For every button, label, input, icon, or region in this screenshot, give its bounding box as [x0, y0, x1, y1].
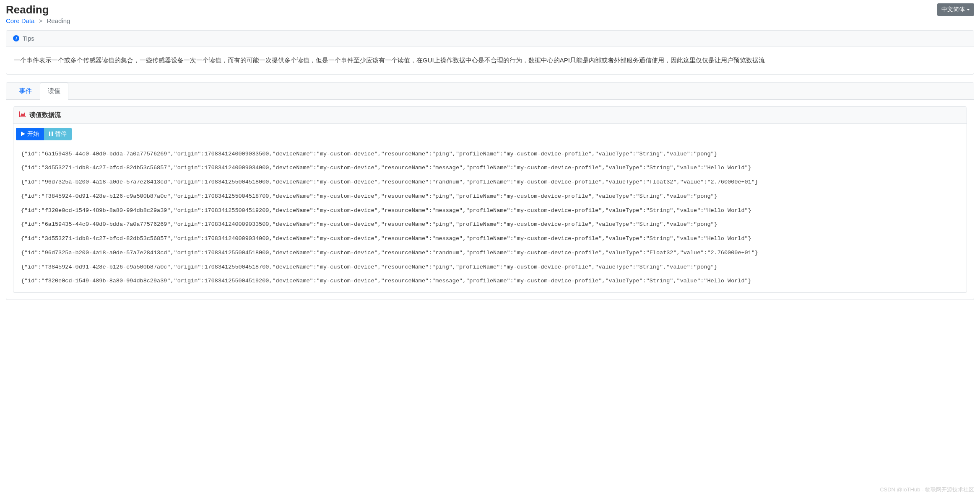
pause-icon — [49, 131, 53, 137]
panel-header: 读值数据流 — [13, 107, 967, 124]
tips-header: i Tips — [6, 31, 974, 46]
svg-rect-0 — [49, 132, 50, 136]
stream-line: {"id":"96d7325a-b200-4a18-a0de-57a7e2841… — [18, 175, 962, 189]
tab-list: 事件 读值 — [6, 83, 974, 100]
page-title: Reading — [6, 3, 70, 16]
start-button[interactable]: 开始 — [16, 128, 44, 140]
language-label: 中文简体 — [941, 6, 965, 13]
breadcrumb-sep: > — [36, 17, 45, 24]
stream-line: {"id":"f3845924-0d91-428e-b126-c9a500b87… — [18, 189, 962, 204]
stream-line: {"id":"6a159435-44c0-40d0-bdda-7a0a77576… — [18, 217, 962, 232]
breadcrumb-root-link[interactable]: Core Data — [6, 17, 34, 24]
tips-body: 一个事件表示一个或多个传感器读值的集合，一些传感器设备一次一个读值，而有的可能一… — [6, 46, 974, 74]
stream-line: {"id":"f320e0cd-1549-489b-8a80-994db8c29… — [18, 204, 962, 218]
stream-line: {"id":"3d553271-1db8-4c27-bfcd-82db53c56… — [18, 232, 962, 246]
reading-stream-output[interactable]: {"id":"6a159435-44c0-40d0-bdda-7a0a77576… — [16, 145, 964, 290]
chart-area-icon — [19, 111, 26, 119]
language-dropdown[interactable]: 中文简体 — [937, 3, 974, 16]
pause-label: 暂停 — [55, 130, 67, 138]
info-icon: i — [13, 35, 19, 41]
tips-card: i Tips 一个事件表示一个或多个传感器读值的集合，一些传感器设备一次一个读值… — [6, 30, 974, 75]
svg-rect-1 — [52, 132, 53, 136]
tab-reading[interactable]: 读值 — [40, 83, 68, 100]
stream-line: {"id":"96d7325a-b200-4a18-a0de-57a7e2841… — [18, 246, 962, 260]
tabs-container: 事件 读值 读值数据流 开始 — [6, 82, 974, 300]
tab-event[interactable]: 事件 — [11, 83, 40, 100]
control-buttons: 开始 暂停 — [16, 128, 964, 140]
stream-line: {"id":"f320e0cd-1549-489b-8a80-994db8c29… — [18, 274, 962, 288]
pause-button[interactable]: 暂停 — [44, 128, 72, 140]
breadcrumb: Core Data > Reading — [6, 17, 70, 24]
panel-title: 读值数据流 — [29, 111, 61, 119]
breadcrumb-current: Reading — [47, 17, 70, 24]
tips-label: Tips — [23, 35, 34, 42]
start-label: 开始 — [27, 130, 39, 138]
reading-stream-panel: 读值数据流 开始 暂 — [13, 106, 967, 293]
stream-line: {"id":"6a159435-44c0-40d0-bdda-7a0a77576… — [18, 147, 962, 161]
stream-line: {"id":"3d553271-1db8-4c27-bfcd-82db53c56… — [18, 161, 962, 175]
play-icon — [21, 131, 25, 137]
stream-line: {"id":"f3845924-0d91-428e-b126-c9a500b87… — [18, 260, 962, 274]
